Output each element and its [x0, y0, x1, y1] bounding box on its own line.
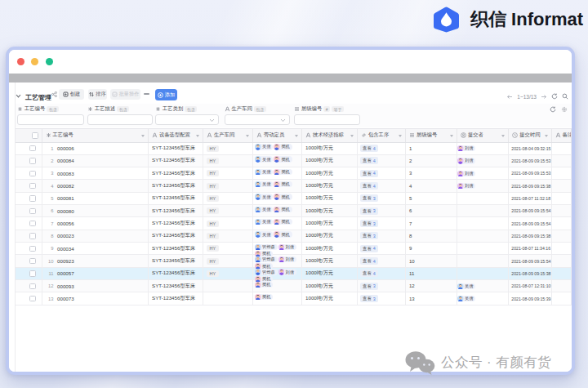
member-chip[interactable]: 刘倩 — [457, 145, 475, 152]
row-checkbox[interactable] — [29, 233, 36, 239]
column-sort-caret[interactable] — [295, 135, 298, 137]
row-checkbox[interactable] — [29, 258, 36, 265]
member-chip[interactable]: 刘倩 — [278, 269, 296, 275]
member-chip[interactable]: 樊机 — [255, 294, 273, 301]
column-header[interactable]: 包含工序 — [358, 129, 406, 142]
table-row[interactable]: 7000056SYT-123456型车床HY吴倩樊机1000吨/万元查看3720… — [16, 217, 572, 230]
column-sort-caret[interactable] — [350, 135, 354, 137]
row-checkbox[interactable] — [29, 195, 36, 202]
table-row[interactable]: 2000084SYT-123456型车床HY吴倩樊机1000吨/万元查看42刘倩… — [16, 155, 572, 167]
member-chip[interactable]: 樊机 — [255, 282, 273, 288]
chevron-down-icon[interactable] — [16, 94, 21, 98]
member-chip[interactable]: 樊机 — [274, 194, 292, 200]
column-sort-caret[interactable] — [246, 135, 249, 137]
column-header[interactable]: 提交者 — [457, 129, 509, 142]
table-row[interactable]: 3000083SYT-123456型车床HY吴倩樊机1000吨/万元查看43刘倩… — [16, 167, 572, 180]
row-checkbox[interactable] — [29, 221, 36, 227]
view-steps-button[interactable]: 查看4 — [360, 157, 378, 164]
minimize-window-dot[interactable] — [31, 58, 38, 65]
table-row[interactable]: 12000093SYT-123456型车床樊机1000吨/万元查看312吴倩20… — [16, 280, 572, 292]
column-header[interactable]: 工艺编号 — [42, 129, 149, 142]
sort-button[interactable]: 排序 — [88, 89, 107, 100]
member-chip[interactable]: 樊机 — [274, 169, 292, 176]
column-header[interactable]: 层级编号 — [406, 129, 457, 142]
column-header[interactable]: 备注 — [552, 129, 572, 142]
member-chip[interactable]: 吴倩 — [255, 207, 273, 213]
column-sort-caret[interactable] — [501, 135, 505, 137]
table-row[interactable]: 9000034SYT-123456型车床HY管烨森刘倩樊机1000吨/万元查看4… — [16, 243, 572, 255]
row-checkbox[interactable] — [29, 270, 36, 277]
member-chip[interactable]: 管烨森 — [255, 244, 278, 251]
view-steps-button[interactable]: 查看3 — [360, 194, 378, 202]
column-header[interactable]: 提交时间 — [509, 129, 551, 142]
refresh-icon[interactable] — [551, 93, 558, 100]
view-steps-button[interactable]: 查看3 — [360, 207, 378, 215]
filter-input[interactable] — [17, 114, 84, 125]
filter-select[interactable] — [225, 114, 290, 125]
row-checkbox[interactable] — [29, 246, 36, 252]
column-sort-caret[interactable] — [196, 135, 199, 137]
member-chip[interactable]: 吴倩 — [457, 296, 475, 302]
row-checkbox[interactable] — [29, 296, 36, 302]
view-steps-button[interactable]: 查看3 — [360, 220, 378, 227]
member-chip[interactable]: 樊机 — [274, 231, 292, 238]
column-header[interactable]: 技术经济指标 — [302, 129, 358, 142]
create-button[interactable]: 创建 — [59, 89, 84, 100]
row-checkbox[interactable] — [29, 208, 36, 215]
column-sort-caret[interactable] — [141, 135, 145, 137]
member-chip[interactable]: 吴倩 — [255, 156, 273, 163]
column-sort-caret[interactable] — [399, 135, 402, 137]
arrow-left-icon[interactable] — [506, 94, 513, 100]
view-steps-button[interactable]: 查看4 — [360, 182, 378, 190]
view-steps-button[interactable]: 查看4 — [360, 145, 378, 152]
row-checkbox[interactable] — [29, 283, 36, 290]
member-chip[interactable]: 刘倩 — [457, 171, 475, 177]
filter-input[interactable] — [294, 114, 360, 125]
table-row[interactable]: 13000073SYT-123456型车床樊机1000吨/万元查看313吴倩20… — [16, 292, 572, 305]
row-checkbox[interactable] — [29, 171, 36, 177]
member-chip[interactable]: 吴倩 — [255, 144, 273, 150]
member-chip[interactable]: 吴倩 — [457, 283, 475, 290]
member-chip[interactable]: 吴倩 — [255, 219, 273, 225]
column-header[interactable]: 劳动定员 — [253, 129, 302, 142]
member-chip[interactable]: 刘倩 — [457, 158, 475, 164]
table-row[interactable]: 4000082SYT-123456型车床HY吴倩樊机1000吨/万元查看44刘倩… — [16, 180, 572, 192]
arrow-right-icon[interactable] — [541, 94, 547, 100]
row-checkbox[interactable] — [29, 158, 36, 164]
member-chip[interactable]: 樊机 — [274, 181, 292, 188]
share-icon[interactable] — [51, 91, 57, 97]
batch-actions-button[interactable]: 批量操作 — [110, 89, 140, 100]
view-steps-button[interactable]: 查看4 — [360, 270, 378, 277]
member-chip[interactable]: 樊机 — [274, 219, 292, 225]
member-chip[interactable]: 吴倩 — [255, 194, 273, 200]
column-header[interactable]: 设备选型配置 — [149, 129, 203, 142]
column-header[interactable]: 生产车间 — [203, 129, 253, 142]
view-steps-button[interactable]: 查看4 — [360, 257, 378, 265]
search-icon[interactable] — [562, 93, 568, 100]
table-row[interactable]: 6000080SYT-123456型车床HY吴倩樊机1000吨/万元查看3620… — [16, 205, 572, 217]
column-sort-caret[interactable] — [450, 135, 453, 137]
table-row[interactable]: 1000006SYT-123456型车床HY吴倩樊机1000吨/万元查看41刘倩… — [16, 143, 572, 155]
table-row[interactable]: 10000923SYT-123456型车床HY管烨森刘倩樊机1000吨/万元查看… — [16, 255, 572, 267]
row-checkbox[interactable] — [29, 183, 36, 190]
member-chip[interactable]: 刘倩 — [278, 256, 296, 263]
member-chip[interactable]: 吴倩 — [255, 181, 273, 188]
member-chip[interactable]: 吴倩 — [255, 169, 273, 176]
member-chip[interactable]: 樊机 — [274, 144, 292, 150]
view-steps-button[interactable]: 查看4 — [360, 170, 378, 177]
filter-settings-icon[interactable] — [561, 106, 568, 113]
maximize-window-dot[interactable] — [46, 58, 53, 65]
select-all-checkbox-cell[interactable] — [16, 129, 42, 142]
member-chip[interactable]: 刘倩 — [278, 244, 296, 251]
view-steps-button[interactable]: 查看4 — [360, 245, 378, 252]
table-row[interactable]: 8000023SYT-123456型车床HY吴倩樊机1000吨/万元查看3820… — [16, 230, 572, 243]
member-chip[interactable]: 刘倩 — [457, 183, 475, 190]
table-row[interactable]: 5000081SYT-123456型车床HY吴倩樊机1000吨/万元查看3520… — [16, 193, 572, 205]
table-row[interactable]: 11000057SYT-123456型车床HY管烨森刘倩樊机1000吨/万元查看… — [16, 268, 572, 280]
row-checkbox[interactable] — [29, 145, 36, 152]
filter-input[interactable] — [87, 114, 153, 125]
member-chip[interactable]: 樊机 — [274, 156, 292, 163]
member-chip[interactable]: 管烨森 — [255, 256, 278, 263]
view-steps-button[interactable]: 查看3 — [360, 295, 378, 302]
view-steps-button[interactable]: 查看3 — [360, 232, 378, 239]
